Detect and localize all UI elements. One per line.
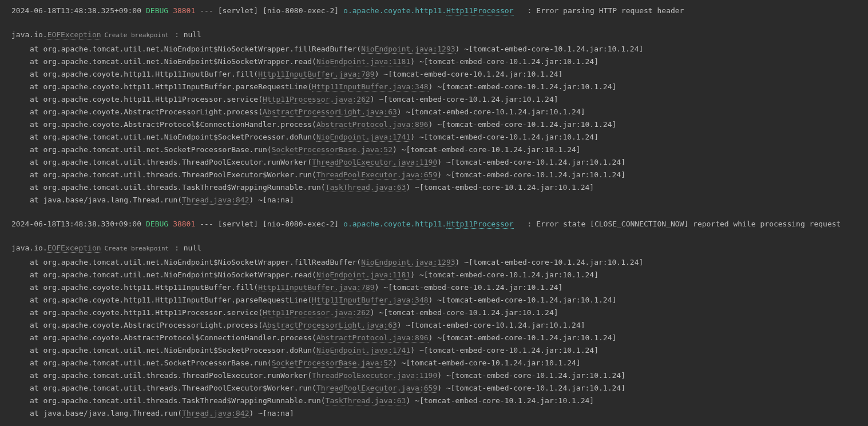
stack-method: at org.apache.tomcat.util.threads.TaskTh… [30,183,326,192]
stack-method: at org.apache.coyote.AbstractProtocol$Co… [30,333,316,342]
stack-method: at org.apache.tomcat.util.threads.Thread… [30,384,316,392]
stack-method: at org.apache.coyote.AbstractProcessorLi… [30,321,263,329]
stack-jar: ) ~[tomcat-embed-core-10.1.24.jar:10.1.2… [410,270,599,279]
stack-frame: at org.apache.coyote.http11.Http11InputB… [11,294,857,306]
stack-frame: at org.apache.tomcat.util.threads.Thread… [11,369,857,382]
stack-method: at org.apache.coyote.AbstractProcessorLi… [30,108,263,116]
source-link[interactable]: Http11InputBuffer.java:789 [258,70,375,79]
stack-frame: at org.apache.coyote.AbstractProcessorLi… [11,319,857,332]
log-message: : Error parsing HTTP request header [528,5,684,17]
stack-frame: at org.apache.tomcat.util.net.NioEndpoin… [11,269,857,281]
log-block: 2024-06-18T13:48:38.325+09:00DEBUG38801-… [11,5,857,206]
stack-jar: ) ~[tomcat-embed-core-10.1.24.jar:10.1.2… [397,321,585,329]
stack-method: at java.base/java.lang.Thread.run( [30,409,182,417]
source-link[interactable]: SocketProcessorBase.java:52 [272,145,393,154]
stack-jar: ) ~[tomcat-embed-core-10.1.24.jar:10.1.2… [370,308,558,317]
source-link[interactable]: NioEndpoint.java:1181 [316,270,410,280]
stack-jar: ) ~[tomcat-embed-core-10.1.24.jar:10.1.2… [437,371,625,380]
source-link[interactable]: Http11Processor.java:262 [263,308,370,317]
stack-jar: ) ~[tomcat-embed-core-10.1.24.jar:10.1.2… [410,346,599,355]
process-id: 38801 [173,218,195,230]
stack-method: at org.apache.tomcat.util.net.SocketProc… [30,145,272,154]
source-link[interactable]: NioEndpoint.java:1293 [361,258,455,267]
stack-frame: at org.apache.tomcat.util.net.NioEndpoin… [11,256,857,269]
stack-method: at org.apache.tomcat.util.threads.TaskTh… [30,396,326,405]
exception-package: java.io. [11,244,47,252]
stack-frame: at org.apache.tomcat.util.threads.Thread… [11,156,857,169]
source-link[interactable]: ThreadPoolExecutor.java:659 [316,384,437,393]
stack-frame: at org.apache.coyote.AbstractProtocol$Co… [11,118,857,131]
stack-jar: ) ~[tomcat-embed-core-10.1.24.jar:10.1.2… [375,283,563,292]
stack-method: at org.apache.coyote.http11.Http11Proces… [30,95,263,103]
stack-method: at org.apache.coyote.http11.Http11Proces… [30,308,263,317]
source-link[interactable]: ThreadPoolExecutor.java:659 [316,170,437,180]
source-link[interactable]: NioEndpoint.java:1741 [316,346,410,355]
source-link[interactable]: ThreadPoolExecutor.java:1190 [312,371,437,380]
source-link[interactable]: TaskThread.java:63 [326,396,406,405]
thread-name: [servlet] [nio-8080-exec-2] [218,218,339,230]
source-link[interactable]: AbstractProtocol.java:896 [316,120,429,129]
stack-jar: ) ~[na:na] [249,409,294,417]
stack-method: at org.apache.tomcat.util.threads.Thread… [30,371,312,380]
source-link[interactable]: AbstractProcessorLight.java:63 [263,108,397,117]
source-link[interactable]: Thread.java:842 [182,196,249,205]
stack-method: at org.apache.tomcat.util.net.NioEndpoin… [30,57,316,66]
stack-frame: at org.apache.tomcat.util.net.SocketProc… [11,357,857,369]
separator: --- [200,218,213,230]
logger-name: o.apache.coyote.http11.Http11Processor [343,5,513,17]
source-link[interactable]: Thread.java:842 [182,409,249,418]
source-link[interactable]: AbstractProcessorLight.java:63 [263,321,397,330]
console-output[interactable]: 2024-06-18T13:48:38.325+09:00DEBUG38801-… [11,5,857,420]
separator: --- [200,5,213,17]
source-link[interactable]: TaskThread.java:63 [326,183,406,192]
stack-jar: ) ~[tomcat-embed-core-10.1.24.jar:10.1.2… [410,57,599,66]
exception-class-link[interactable]: EOFException [47,30,101,39]
stack-frame: at org.apache.tomcat.util.threads.Thread… [11,382,857,395]
log-block: 2024-06-18T13:48:38.330+09:00DEBUG38801-… [11,218,857,420]
stack-jar: ) ~[tomcat-embed-core-10.1.24.jar:10.1.2… [393,359,581,367]
source-link[interactable]: NioEndpoint.java:1293 [361,45,455,54]
source-link[interactable]: NioEndpoint.java:1181 [316,57,410,66]
stack-jar: ) ~[tomcat-embed-core-10.1.24.jar:10.1.2… [397,108,585,116]
source-link[interactable]: Http11Processor.java:262 [263,95,370,104]
stack-jar: ) ~[tomcat-embed-core-10.1.24.jar:10.1.2… [406,183,594,192]
source-link[interactable]: NioEndpoint.java:1741 [316,133,410,142]
exception-message: : null [175,244,201,252]
stack-method: at org.apache.coyote.AbstractProtocol$Co… [30,120,316,129]
stack-jar: ) ~[tomcat-embed-core-10.1.24.jar:10.1.2… [429,82,617,91]
stack-frame: at org.apache.coyote.AbstractProcessorLi… [11,106,857,118]
exception-line: java.io.EOFExceptionCreate breakpoint: n… [11,242,857,255]
stack-jar: ) ~[tomcat-embed-core-10.1.24.jar:10.1.2… [375,70,563,78]
stack-method: at org.apache.tomcat.util.net.NioEndpoin… [30,270,316,279]
stack-jar: ) ~[tomcat-embed-core-10.1.24.jar:10.1.2… [370,95,558,103]
stack-jar: ) ~[tomcat-embed-core-10.1.24.jar:10.1.2… [429,120,617,129]
stack-frame: at org.apache.tomcat.util.threads.TaskTh… [11,395,857,407]
stack-frame: at java.base/java.lang.Thread.run(Thread… [11,407,857,420]
log-header: 2024-06-18T13:48:38.330+09:00DEBUG38801-… [11,218,857,230]
logger-class-link[interactable]: Http11Processor [446,220,513,229]
exception-class-link[interactable]: EOFException [47,244,101,253]
stack-frame: at org.apache.coyote.http11.Http11InputB… [11,68,857,81]
stack-method: at org.apache.tomcat.util.net.SocketProc… [30,359,272,367]
source-link[interactable]: AbstractProtocol.java:896 [316,333,429,343]
source-link[interactable]: Http11InputBuffer.java:348 [312,82,429,91]
source-link[interactable]: SocketProcessorBase.java:52 [272,359,393,368]
create-breakpoint-link[interactable]: Create breakpoint [105,31,169,39]
stack-jar: ) ~[tomcat-embed-core-10.1.24.jar:10.1.2… [437,170,625,179]
logger-class-link[interactable]: Http11Processor [446,6,513,15]
source-link[interactable]: Http11InputBuffer.java:348 [312,296,429,305]
exception-line: java.io.EOFExceptionCreate breakpoint: n… [11,29,857,42]
source-link[interactable]: ThreadPoolExecutor.java:1190 [312,158,437,167]
stack-method: at org.apache.tomcat.util.threads.Thread… [30,158,312,166]
stack-frame: at org.apache.coyote.http11.Http11Proces… [11,93,857,106]
timestamp: 2024-06-18T13:48:38.330+09:00 [11,218,141,230]
create-breakpoint-link[interactable]: Create breakpoint [105,245,169,252]
exception-message: : null [175,30,201,39]
log-message: : Error state [CLOSE_CONNECTION_NOW] rep… [528,218,841,230]
stack-jar: ) ~[tomcat-embed-core-10.1.24.jar:10.1.2… [437,158,625,166]
process-id: 38801 [173,5,195,17]
stack-jar: ) ~[tomcat-embed-core-10.1.24.jar:10.1.2… [429,333,617,342]
stack-frame: at org.apache.coyote.http11.Http11Proces… [11,306,857,319]
stack-method: at org.apache.coyote.http11.Http11InputB… [30,70,258,78]
source-link[interactable]: Http11InputBuffer.java:789 [258,283,375,292]
